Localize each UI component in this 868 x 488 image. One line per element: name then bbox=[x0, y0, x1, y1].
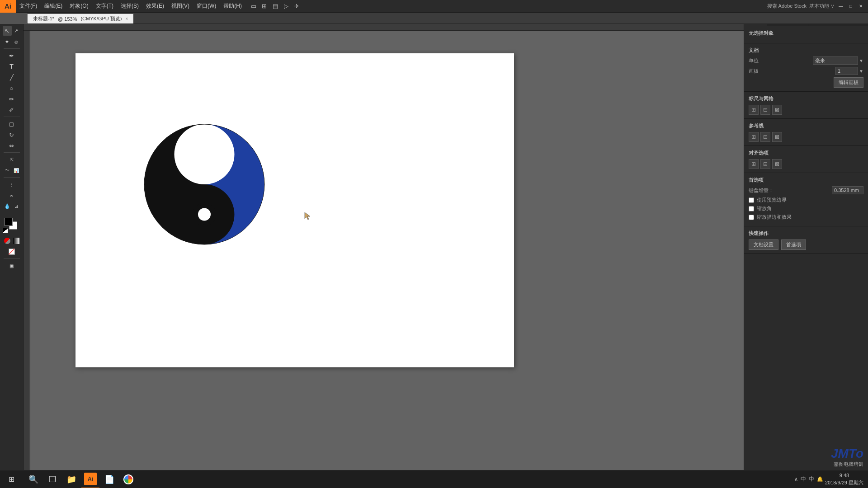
shape-icon: ○ bbox=[10, 85, 14, 92]
eraser-tool[interactable]: ◻ bbox=[3, 119, 21, 129]
lasso-tool[interactable]: ⌾ bbox=[12, 37, 21, 47]
guide-icon-1[interactable]: ⊞ bbox=[749, 132, 759, 142]
yinyang-svg bbox=[143, 123, 265, 245]
toolbar-icon-3[interactable]: ▤ bbox=[271, 2, 280, 11]
edit-artboard-btn[interactable]: 编辑画板 bbox=[834, 77, 863, 88]
taskbar-taskview[interactable]: ❐ bbox=[43, 470, 61, 488]
direct-select-tool[interactable]: ↗ bbox=[12, 26, 21, 36]
pen-icon: ✒ bbox=[9, 52, 14, 59]
menu-text[interactable]: 文字(T) bbox=[92, 0, 117, 12]
yinyang-symbol[interactable] bbox=[143, 123, 265, 245]
snap-icon-3[interactable]: ⊠ bbox=[772, 159, 782, 169]
menu-bar: Ai 文件(F) 编辑(E) 对象(O) 文字(T) 选择(S) 效果(E) 视… bbox=[0, 0, 868, 13]
pencil-icon: ✐ bbox=[9, 107, 14, 113]
color-mode[interactable] bbox=[3, 236, 12, 246]
minimize-btn[interactable]: — bbox=[837, 3, 844, 10]
menu-object[interactable]: 对象(O) bbox=[66, 0, 92, 12]
tab-close-btn[interactable]: × bbox=[125, 16, 128, 21]
search-icon: 🔍 bbox=[28, 474, 38, 484]
eyedropper-tool[interactable]: 💧 bbox=[3, 201, 12, 211]
selection-tool[interactable]: ↖ bbox=[3, 26, 12, 36]
doc-settings-btn[interactable]: 文档设置 bbox=[749, 239, 778, 250]
preview-bounds-checkbox[interactable] bbox=[749, 197, 754, 203]
start-btn[interactable]: ⊞ bbox=[0, 470, 23, 488]
menu-view[interactable]: 视图(V) bbox=[168, 0, 193, 12]
prefs-btn[interactable]: 首选项 bbox=[781, 239, 806, 250]
eraser-icon: ◻ bbox=[9, 121, 14, 127]
grid2-icon-btn[interactable]: ⊠ bbox=[772, 105, 782, 115]
tolerance-input[interactable] bbox=[832, 186, 863, 194]
toolbar-icon-1[interactable]: ▭ bbox=[249, 2, 258, 11]
measure-tool[interactable]: ⊿ bbox=[12, 201, 21, 211]
shape-tool[interactable]: ○ bbox=[3, 83, 21, 93]
tab-colormode: (CMYK/GPU 预览) bbox=[80, 15, 122, 22]
snap-icon-2[interactable]: ⊟ bbox=[760, 159, 770, 169]
menu-select[interactable]: 选择(S) bbox=[117, 0, 142, 12]
taskbar-search[interactable]: 🔍 bbox=[24, 470, 42, 488]
graph-tool[interactable]: 📊 bbox=[12, 165, 21, 175]
restore-btn[interactable]: □ bbox=[847, 3, 854, 10]
paintbrush-tool[interactable]: ✏ bbox=[3, 94, 21, 104]
line-tool[interactable]: ╱ bbox=[3, 72, 21, 82]
menu-edit[interactable]: 编辑(E) bbox=[41, 0, 66, 12]
pen-tool[interactable]: ✒ bbox=[3, 51, 21, 61]
menu-effect[interactable]: 效果(E) bbox=[142, 0, 168, 12]
scale-strokes-checkbox[interactable] bbox=[749, 215, 754, 220]
tolerance-label: 键盘增量： bbox=[749, 187, 774, 194]
symbol-tool[interactable]: ⋮ bbox=[3, 179, 21, 189]
color-mode-tools bbox=[3, 236, 21, 246]
canvas-paper[interactable] bbox=[75, 53, 514, 367]
mirror-tool[interactable]: ⇔ bbox=[3, 141, 21, 150]
toolbar-icon-4[interactable]: ▷ bbox=[282, 2, 291, 11]
graph-tools: 〜 📊 bbox=[3, 165, 21, 175]
warp-tool[interactable]: 〜 bbox=[3, 165, 12, 175]
type-tool[interactable]: T bbox=[3, 61, 21, 71]
snap-icon-1[interactable]: ⊞ bbox=[749, 159, 759, 169]
pencil-tool[interactable]: ✐ bbox=[3, 105, 21, 115]
screen-mode[interactable]: ▣ bbox=[3, 261, 21, 271]
close-btn[interactable]: ✕ bbox=[857, 3, 864, 10]
gradient-mode[interactable] bbox=[12, 236, 21, 246]
guide-icon-3[interactable]: ⊠ bbox=[772, 132, 782, 142]
checkbox-scale-corners: 缩放角 bbox=[749, 205, 863, 212]
taskbar-chrome[interactable] bbox=[119, 470, 137, 488]
scale-corners-checkbox[interactable] bbox=[749, 206, 754, 211]
line-icon: ╱ bbox=[10, 74, 14, 81]
explorer-icon: 📁 bbox=[66, 474, 76, 484]
swap-colors[interactable] bbox=[3, 228, 8, 233]
toolbar-icon-2[interactable]: ⊞ bbox=[260, 2, 269, 11]
artboard-select[interactable]: 1 bbox=[835, 67, 858, 75]
foreground-color[interactable] bbox=[5, 218, 13, 226]
ruler-icon-btn[interactable]: ⊞ bbox=[749, 105, 759, 115]
edit-btn-row: 编辑画板 bbox=[749, 77, 863, 88]
canvas-area[interactable] bbox=[24, 24, 744, 478]
color-mode-icon bbox=[4, 238, 10, 244]
left-toolbar: ↖ ↗ ✦ ⌾ ✒ T ╱ ○ ✏ ✐ ◻ ↻ ⇔ ⇱ bbox=[0, 24, 24, 478]
toolbar-icon-send[interactable]: ✈ bbox=[292, 2, 302, 11]
document-tab[interactable]: 未标题-1* @ 153% (CMYK/GPU 预览) × bbox=[27, 14, 134, 23]
grid-icon-btn[interactable]: ⊟ bbox=[760, 105, 770, 115]
menu-window[interactable]: 窗口(W) bbox=[193, 0, 220, 12]
taskbar-explorer[interactable]: 📁 bbox=[62, 470, 80, 488]
rotate-icon: ↻ bbox=[9, 131, 14, 138]
slash-icon bbox=[9, 249, 14, 254]
tray-notification[interactable]: 🔔 bbox=[817, 476, 823, 482]
menu-help[interactable]: 帮助(H) bbox=[220, 0, 245, 12]
tool-divider-5 bbox=[4, 213, 20, 213]
preview-bounds-label: 使用预览边界 bbox=[757, 197, 787, 203]
snap-icons: ⊞ ⊟ ⊠ bbox=[749, 159, 863, 169]
taskbar-illustrator[interactable]: Ai bbox=[81, 470, 99, 488]
magic-wand-tool[interactable]: ✦ bbox=[3, 37, 12, 47]
menu-file[interactable]: 文件(F) bbox=[16, 0, 41, 12]
tool-divider-3 bbox=[4, 152, 20, 153]
taskbar-files[interactable]: 📄 bbox=[100, 470, 118, 488]
guide-icon-2[interactable]: ⊟ bbox=[760, 132, 770, 142]
unit-select[interactable]: 毫米 像素 点 bbox=[813, 56, 858, 65]
unit-row: 单位 毫米 像素 点 ▼ bbox=[749, 56, 863, 65]
scale-tool[interactable]: ⇱ bbox=[3, 155, 21, 164]
tray-up-icon[interactable]: ∧ bbox=[794, 476, 798, 482]
tab-name: 未标题-1* bbox=[33, 15, 54, 22]
rotate-tool[interactable]: ↻ bbox=[3, 130, 21, 140]
blend-tool[interactable]: ∞ bbox=[3, 190, 21, 200]
none-mode[interactable] bbox=[3, 247, 21, 257]
